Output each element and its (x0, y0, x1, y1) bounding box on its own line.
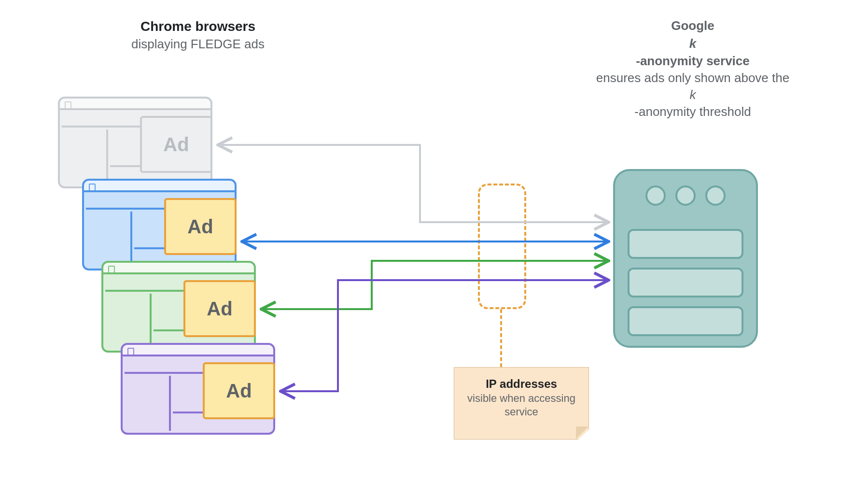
right-heading-bold: Google k-anonymity service (579, 17, 806, 70)
ad-box-grey: Ad (140, 116, 212, 173)
left-heading: Chrome browsers displaying FLEDGE ads (101, 17, 294, 53)
right-heading-sub: ensures ads only shown above the k-anony… (579, 70, 806, 120)
ip-note-text: visible when accessing service (467, 392, 575, 418)
right-heading: Google k-anonymity service ensures ads o… (579, 17, 806, 120)
k-anonymity-server-icon (613, 169, 758, 348)
ip-address-zone (478, 184, 526, 309)
ip-note-connector (500, 309, 502, 367)
left-heading-bold: Chrome browsers (140, 19, 255, 34)
diagram-stage: Chrome browsers displaying FLEDGE ads Go… (0, 0, 868, 483)
ad-box-purple: Ad (203, 362, 275, 419)
ip-note: IP addresses visible when accessing serv… (454, 367, 589, 440)
left-heading-sub: displaying FLEDGE ads (101, 36, 294, 53)
ip-note-title: IP addresses (486, 377, 557, 390)
ad-box-green: Ad (183, 280, 256, 337)
ad-box-blue: Ad (164, 198, 237, 255)
